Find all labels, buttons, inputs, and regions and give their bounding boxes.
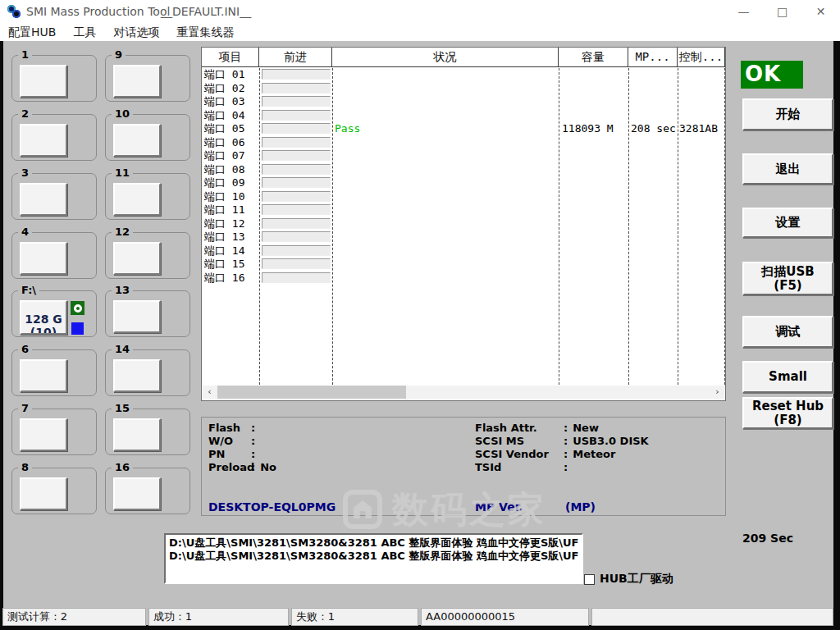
column-separator-line <box>332 68 333 385</box>
port-slot-button[interactable] <box>20 183 67 216</box>
port-slot-button[interactable] <box>20 359 67 392</box>
column-header-2[interactable]: 状况 <box>332 48 559 67</box>
mp-time-cell <box>628 82 678 96</box>
port-group: 8 <box>11 468 97 514</box>
controller-cell <box>678 68 725 82</box>
table-row[interactable]: 端口 16 <box>202 272 725 285</box>
status-cell <box>332 203 559 217</box>
menu-item-3[interactable]: 重置集线器 <box>176 23 243 41</box>
port-slot-button[interactable] <box>113 300 161 333</box>
side-button-6[interactable]: Reset Hub (F8) <box>742 397 833 429</box>
side-button-1[interactable]: 退出 <box>742 153 833 185</box>
side-button-3[interactable]: 扫描USB(F5) <box>742 262 833 295</box>
port-slot-button[interactable] <box>113 359 161 392</box>
port-cell: 端口 12 <box>202 217 259 231</box>
side-button-0[interactable]: 开始 <box>742 98 833 130</box>
menu-item-1[interactable]: 工具 <box>73 23 105 41</box>
log-line: D:\U盘工具\SMI\3281\SM3280&3281 ABC 整版界面体验 … <box>169 550 578 563</box>
column-header-4[interactable]: MP... <box>628 48 678 67</box>
table-row[interactable]: 端口 07 <box>202 149 725 163</box>
progress-bar <box>262 231 331 242</box>
table-row[interactable]: 端口 08 <box>202 163 725 177</box>
port-slot-button[interactable] <box>20 65 67 98</box>
side-button-label: Reset Hub (F8) <box>744 399 832 427</box>
port-slot-button[interactable] <box>20 418 67 451</box>
progress-bar <box>262 204 331 215</box>
ports-table: 项目前进状况容量MP...控制... 端口 01端口 02端口 03端口 04端… <box>201 47 726 401</box>
status-cell <box>332 176 559 190</box>
progress-cell <box>259 136 332 150</box>
info-label: PN <box>208 448 251 461</box>
close-button[interactable]: ✕ <box>801 0 840 23</box>
mp-time-cell <box>628 272 678 285</box>
status-cell: Pass <box>332 122 559 136</box>
column-header-1[interactable]: 前进 <box>259 48 332 67</box>
mp-time-cell: 208 sec <box>628 122 678 136</box>
table-row[interactable]: 端口 03 <box>202 95 725 109</box>
table-row[interactable]: 端口 01 <box>202 68 725 82</box>
port-group-label: 14 <box>112 343 133 355</box>
port-group-label: 3 <box>18 167 32 179</box>
mp-time-cell <box>628 136 678 150</box>
table-row[interactable]: 端口 12 <box>202 217 725 231</box>
port-slot-button[interactable] <box>113 65 161 98</box>
status-cell <box>332 272 559 285</box>
port-slot-button[interactable] <box>113 477 161 510</box>
table-row[interactable]: 端口 09 <box>202 176 725 190</box>
table-row[interactable]: 端口 06 <box>202 136 725 150</box>
hub-factory-driver-checkbox[interactable] <box>584 574 595 585</box>
scroll-left-arrow[interactable]: ‹ <box>203 386 217 399</box>
blue-square-indicator-icon <box>71 322 84 335</box>
port-cell: 端口 15 <box>202 258 259 272</box>
drive-capacity: 128 G <box>21 313 66 326</box>
port-slot-button[interactable] <box>20 477 67 510</box>
horizontal-scrollbar[interactable]: ‹ › <box>203 386 724 399</box>
table-row[interactable]: 端口 14 <box>202 244 725 258</box>
mp-time-cell <box>628 95 678 109</box>
mp-time-cell <box>628 244 678 258</box>
result-status-badge: OK <box>741 61 803 89</box>
port-group: 3 <box>11 173 97 220</box>
port-slot-button[interactable] <box>20 124 67 157</box>
capacity-cell <box>559 163 628 177</box>
port-slot-button[interactable] <box>20 242 67 275</box>
side-button-5[interactable]: Small <box>742 361 833 393</box>
table-row[interactable]: 端口 15 <box>202 258 725 272</box>
firmware-path-log[interactable]: D:\U盘工具\SMI\3281\SM3280&3281 ABC 整版界面体验 … <box>164 533 583 584</box>
port-slot-button[interactable] <box>113 124 161 157</box>
table-row[interactable]: 端口 04 <box>202 109 725 123</box>
port-slot-button[interactable]: 128 G(10) <box>20 300 67 335</box>
column-header-0[interactable]: 项目 <box>202 48 259 67</box>
controller-cell <box>678 149 725 163</box>
port-slot-button[interactable] <box>113 242 161 275</box>
mp-time-cell <box>628 258 678 272</box>
progress-cell <box>259 190 332 204</box>
menu-item-2[interactable]: 对话选项 <box>113 23 168 41</box>
scroll-right-arrow[interactable]: › <box>710 386 724 399</box>
info-label: SCSI MS <box>475 435 564 448</box>
device-info-panel: Flash:W/O:PN:Preload:NoFlash Attr.:NewSC… <box>201 417 726 516</box>
progress-cell <box>259 68 332 82</box>
table-row[interactable]: 端口 10 <box>202 190 725 204</box>
minimize-button[interactable]: — <box>724 0 763 23</box>
mp-time-cell <box>628 149 678 163</box>
status-cell <box>332 258 559 272</box>
port-cell: 端口 11 <box>202 203 259 217</box>
elapsed-time: 209 Sec <box>742 532 793 545</box>
table-row[interactable]: 端口 05Pass118093 M208 sec3281AB <box>202 122 725 136</box>
status-cell <box>332 68 559 82</box>
table-row[interactable]: 端口 13 <box>202 231 725 244</box>
port-group-label: 11 <box>112 167 133 179</box>
port-slot-button[interactable] <box>113 418 161 451</box>
port-slot-button[interactable] <box>113 183 161 216</box>
side-button-4[interactable]: 调试 <box>742 316 833 348</box>
table-row[interactable]: 端口 02 <box>202 82 725 96</box>
column-header-5[interactable]: 控制... <box>678 48 725 67</box>
table-row[interactable]: 端口 11 <box>202 203 725 217</box>
column-header-3[interactable]: 容量 <box>559 48 628 67</box>
side-button-2[interactable]: 设置 <box>742 208 833 238</box>
menu-item-0[interactable]: 配置HUB <box>8 23 65 41</box>
maximize-button[interactable]: □ <box>763 0 801 23</box>
scroll-thumb[interactable] <box>217 386 406 399</box>
app-window: SMI Mass Production Tool __DEFAULT.INI__… <box>0 0 840 630</box>
